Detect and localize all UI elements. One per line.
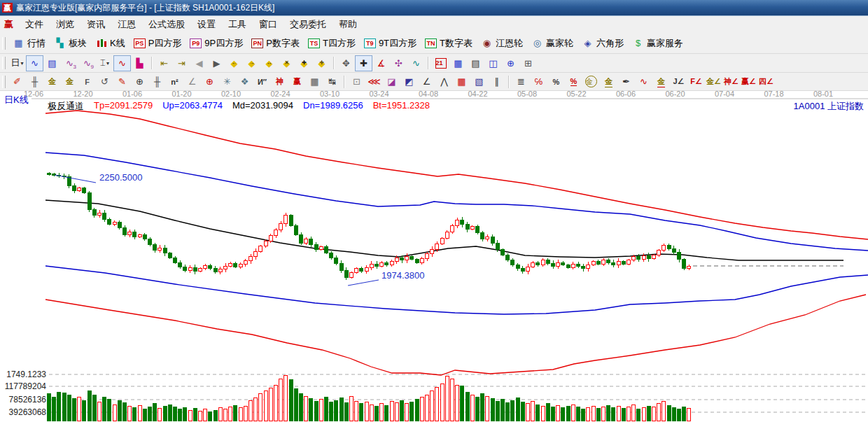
volume-bar: [541, 406, 545, 421]
fan-box-2-icon[interactable]: ◩: [401, 74, 417, 89]
volume-profile-icon[interactable]: ▙: [132, 56, 148, 71]
gann-shape-icon[interactable]: ✣: [391, 56, 407, 71]
menu-item-8[interactable]: 交易委托: [284, 17, 332, 32]
shen-tool-icon[interactable]: 神: [272, 74, 288, 89]
flag-pen-icon[interactable]: ✒: [618, 74, 634, 89]
freehand-draw-icon[interactable]: ∿: [27, 56, 43, 71]
spiral-icon[interactable]: ↺: [97, 74, 113, 89]
indicator-value-4: Bt=1951.2328: [373, 100, 430, 113]
candle: [647, 256, 650, 259]
ying-angle-icon[interactable]: 赢∠: [741, 74, 757, 89]
remote-service-icon[interactable]: ⊞: [520, 56, 536, 71]
gann-fan-icon[interactable]: ⋘: [366, 74, 382, 89]
menu-item-4[interactable]: 公式选股: [142, 17, 191, 32]
hspan-arrows-icon[interactable]: ↹: [324, 74, 340, 89]
calendar-icon[interactable]: 21: [433, 56, 449, 71]
hexagon-button[interactable]: ◈六角形: [578, 36, 628, 51]
gold-grid-2-icon[interactable]: 金: [62, 74, 78, 89]
f-angle-icon[interactable]: F∠: [688, 74, 704, 89]
gold-grid-icon[interactable]: 金: [44, 74, 60, 89]
zoom-in-all-icon[interactable]: ◆✛: [314, 56, 330, 71]
comb-grid-icon[interactable]: ╫: [149, 74, 165, 89]
fractal-mark-icon[interactable]: И″: [254, 74, 270, 89]
angle-ruler-icon[interactable]: ∠: [184, 74, 200, 89]
percent-icon[interactable]: %: [548, 74, 564, 89]
scroll-right-icon[interactable]: ◆→: [244, 56, 260, 71]
p9-square-button[interactable]: P99P四方形: [186, 36, 247, 51]
gann-circle-icon[interactable]: ⊕: [132, 74, 148, 89]
n-square-icon[interactable]: n²: [167, 74, 183, 89]
f-grid-icon[interactable]: F: [79, 74, 95, 89]
grid-tool-icon[interactable]: ╫: [27, 74, 43, 89]
wave-9-icon[interactable]: ∿9: [79, 56, 95, 71]
zoom-out-all-icon[interactable]: ◆✚: [296, 56, 312, 71]
winner-wheel-button[interactable]: ◎赢家轮: [527, 36, 578, 51]
gold-angle-icon[interactable]: 金∠: [706, 74, 722, 89]
zoom-out-x-icon[interactable]: ◆↔: [261, 56, 277, 71]
first-page-icon[interactable]: ⇤: [156, 56, 172, 71]
t9-square-button[interactable]: T99T四方形: [360, 36, 421, 51]
trend-angle-icon[interactable]: ∠: [419, 74, 435, 89]
grid-123-icon[interactable]: ▦: [307, 74, 323, 89]
menu-item-9[interactable]: 帮助: [332, 17, 363, 32]
period-selector[interactable]: 日▾: [9, 56, 25, 71]
gold-section-icon[interactable]: 金: [583, 74, 599, 89]
date-tick: 07-18: [764, 91, 783, 98]
cycle-draw-icon[interactable]: ∿: [408, 56, 424, 71]
pen-grid-icon[interactable]: ✎: [114, 74, 130, 89]
winner-service-button[interactable]: $赢家服务: [628, 36, 687, 51]
scroll-left-icon[interactable]: ◆←: [226, 56, 242, 71]
next-bar-icon[interactable]: ▶: [209, 56, 225, 71]
four-angle-icon[interactable]: 四∠: [758, 74, 774, 89]
kline-button[interactable]: K线: [91, 36, 130, 51]
red-grid-icon[interactable]: ▦: [454, 74, 470, 89]
scale-list-icon[interactable]: ≣: [513, 74, 529, 89]
brush-tool-icon[interactable]: ✐: [9, 74, 25, 89]
target-circle-icon[interactable]: ⊕: [202, 74, 218, 89]
j-angle-icon[interactable]: J∠: [671, 74, 687, 89]
prev-bar-icon[interactable]: ◀: [191, 56, 207, 71]
calculator-icon[interactable]: ▦: [450, 56, 466, 71]
percent-zone-icon[interactable]: ℅: [531, 74, 547, 89]
t-square-button[interactable]: TST四方形: [304, 36, 360, 51]
angle-tool-icon[interactable]: ∡: [373, 56, 389, 71]
sectors-button[interactable]: ▚板块: [50, 36, 91, 51]
red-pattern-icon[interactable]: ∿: [114, 56, 130, 71]
wave-band-icon[interactable]: ∿: [636, 74, 652, 89]
wave-3-icon[interactable]: ∿3: [62, 56, 78, 71]
pan-hand-icon[interactable]: ✥: [338, 56, 354, 71]
p-square-button[interactable]: PSP四方形: [130, 36, 186, 51]
gold-angle-base-icon[interactable]: 金: [653, 74, 669, 89]
crosshair-icon[interactable]: ✚: [356, 56, 372, 71]
fan-box-icon[interactable]: ◪: [384, 74, 400, 89]
menu-item-6[interactable]: 工具: [222, 17, 253, 32]
kline-chart[interactable]: 12-0612-2001-0601-2002-1002-2403-1003-24…: [0, 91, 868, 422]
p-number-button[interactable]: PNP数字表: [247, 36, 304, 51]
report-icon[interactable]: ▤: [468, 56, 484, 71]
zoom-in-x-icon[interactable]: ◆✕: [279, 56, 295, 71]
last-page-icon[interactable]: ⇥: [174, 56, 190, 71]
t-number-button[interactable]: TNT数字表: [421, 36, 477, 51]
shen-angle-icon[interactable]: 神∠: [723, 74, 739, 89]
notes-icon[interactable]: ▤: [44, 56, 60, 71]
menu-item-7[interactable]: 窗口: [253, 17, 284, 32]
menu-item-1[interactable]: 浏览: [50, 17, 80, 32]
save-icon[interactable]: ◫: [485, 56, 501, 71]
zigzag-lines-icon[interactable]: ⋀: [436, 74, 452, 89]
menu-item-5[interactable]: 设置: [191, 17, 222, 32]
candle-type-selector[interactable]: ⌶▾: [97, 56, 113, 71]
grid-arrow-icon[interactable]: ▧: [471, 74, 487, 89]
menu-item-3[interactable]: 江恩: [111, 17, 142, 32]
menu-item-0[interactable]: 文件: [19, 17, 50, 32]
measure-box-icon[interactable]: ⊡: [349, 74, 365, 89]
percent-line-icon[interactable]: %: [566, 74, 582, 89]
parallel-lines-icon[interactable]: ∥: [489, 74, 505, 89]
menu-item-2[interactable]: 资讯: [80, 17, 111, 32]
quotes-button[interactable]: ▦行情: [8, 36, 50, 51]
gold-line-icon[interactable]: 金: [601, 74, 617, 89]
spider-web-icon[interactable]: ✳: [219, 74, 235, 89]
network-icon[interactable]: ⊕: [503, 56, 519, 71]
web-box-icon[interactable]: ❖: [237, 74, 253, 89]
ying-tool-icon[interactable]: 赢: [289, 74, 305, 89]
gann-wheel-button[interactable]: ◉江恩轮: [477, 36, 527, 51]
